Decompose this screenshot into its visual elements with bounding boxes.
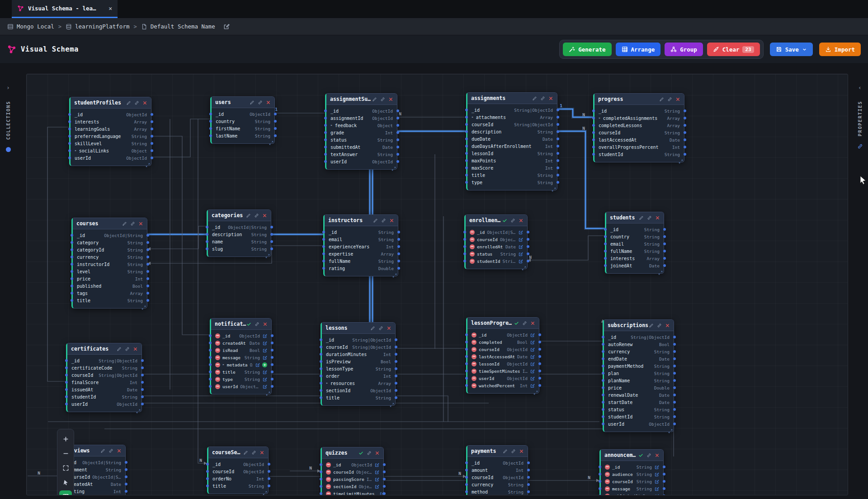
- expand-properties-icon[interactable]: ‹: [858, 84, 862, 91]
- remove-field-button[interactable]: –: [605, 486, 610, 491]
- field-row[interactable]: interestsArray: [71, 118, 151, 125]
- edit-field-icon[interactable]: [518, 259, 523, 264]
- connector-dot[interactable]: [395, 375, 397, 377]
- connector-dot[interactable]: [274, 127, 277, 130]
- field-row[interactable]: titleString: [467, 171, 557, 179]
- connector-dot[interactable]: [599, 487, 601, 490]
- field-row[interactable]: priceDouble: [604, 384, 674, 391]
- field-row[interactable]: fullNameString: [325, 257, 398, 265]
- connector-dot[interactable]: [465, 181, 468, 184]
- connector-dot[interactable]: [320, 367, 322, 370]
- pencil-icon[interactable]: [117, 347, 122, 352]
- remove-field-button[interactable]: –: [215, 341, 220, 346]
- edit-field-icon[interactable]: [518, 252, 523, 257]
- close-icon[interactable]: [117, 448, 122, 453]
- connector-dot[interactable]: [68, 149, 71, 152]
- collection-card-progress[interactable]: progress_idString▸completedAssignmentsAr…: [593, 93, 684, 162]
- connector-dot[interactable]: [395, 367, 397, 370]
- connector-dot[interactable]: [527, 483, 530, 486]
- connector-dot[interactable]: [71, 234, 73, 237]
- close-icon[interactable]: [655, 215, 660, 220]
- pencil-icon[interactable]: [250, 100, 255, 105]
- field-row[interactable]: renewalDateDate: [604, 391, 674, 399]
- connector-dot[interactable]: [465, 159, 468, 162]
- connector-dot[interactable]: [604, 264, 607, 267]
- connector-dot[interactable]: [151, 142, 153, 145]
- connector-dot[interactable]: [324, 124, 327, 127]
- remove-field-button[interactable]: –: [326, 470, 331, 475]
- connector-dot[interactable]: [65, 366, 68, 369]
- connector-dot[interactable]: [141, 359, 144, 362]
- connector-dot[interactable]: [663, 257, 666, 260]
- connector-dot[interactable]: [125, 483, 127, 485]
- connector-dot[interactable]: [463, 238, 466, 241]
- connector-dot[interactable]: [322, 267, 325, 270]
- remove-field-button[interactable]: –: [472, 340, 476, 345]
- close-icon[interactable]: [519, 449, 524, 454]
- connector-dot[interactable]: [557, 138, 559, 140]
- remove-field-button[interactable]: –: [215, 377, 220, 382]
- collection-card-studentProfiles[interactable]: studentProfiles_idObjectIdinterestsArray…: [69, 97, 151, 166]
- field-row[interactable]: textAnswerString: [326, 151, 397, 158]
- resize-handle[interactable]: [658, 268, 663, 273]
- edit-field-icon[interactable]: [530, 340, 535, 345]
- field-row[interactable]: –lessonIdObjectId: [467, 360, 539, 367]
- connector-dot[interactable]: [602, 394, 604, 396]
- edit-field-icon[interactable]: [374, 462, 379, 467]
- remove-field-button[interactable]: –: [605, 494, 610, 496]
- connector-dot[interactable]: [320, 478, 322, 480]
- connector-dot[interactable]: [151, 157, 153, 159]
- collection-card-quizzes[interactable]: quizzes–_idObjectId–courseIdObjectId–pas…: [321, 447, 384, 495]
- resize-handle[interactable]: [142, 303, 146, 308]
- connector-dot[interactable]: [206, 233, 208, 236]
- connector-dot[interactable]: [395, 360, 397, 363]
- remove-field-button[interactable]: –: [326, 462, 331, 467]
- connector-dot[interactable]: [68, 120, 71, 123]
- expand-caret-icon[interactable]: ▸: [599, 116, 601, 120]
- connector-dot[interactable]: [125, 475, 127, 478]
- add-subfield-button[interactable]: +: [262, 362, 267, 367]
- connector-dot[interactable]: [397, 238, 400, 241]
- field-row[interactable]: autoRenewBool: [604, 341, 674, 348]
- connector-dot[interactable]: [209, 363, 212, 366]
- check-icon[interactable]: [246, 322, 251, 327]
- resize-handle[interactable]: [533, 388, 538, 393]
- connector-dot[interactable]: [209, 385, 212, 388]
- connector-dot[interactable]: [538, 362, 541, 365]
- connector-dot[interactable]: [271, 378, 274, 380]
- connector-dot[interactable]: [395, 396, 397, 399]
- field-row[interactable]: sectionIdObjectId: [322, 387, 395, 394]
- edit-field-icon[interactable]: [530, 361, 535, 366]
- link-icon[interactable]: [657, 323, 662, 328]
- connector-dot[interactable]: [465, 476, 468, 479]
- field-row[interactable]: certificateCodeString: [67, 364, 142, 371]
- edit-field-icon[interactable]: [530, 333, 535, 337]
- connector-dot[interactable]: [684, 131, 686, 134]
- field-row[interactable]: publishedBool: [73, 282, 147, 290]
- connector-dot[interactable]: [602, 379, 604, 382]
- remove-field-button[interactable]: –: [472, 354, 476, 359]
- connector-dot[interactable]: [465, 130, 468, 133]
- link-icon[interactable]: [380, 97, 385, 102]
- connector-dot[interactable]: [684, 124, 686, 127]
- edit-field-icon[interactable]: [654, 465, 659, 470]
- edit-field-icon[interactable]: [530, 383, 535, 388]
- connector-dot[interactable]: [557, 123, 559, 126]
- connector-dot[interactable]: [465, 138, 468, 140]
- connector-dot[interactable]: [599, 494, 601, 495]
- remove-field-button[interactable]: –: [470, 259, 475, 264]
- connector-dot[interactable]: [557, 174, 559, 176]
- connector-dot[interactable]: [465, 384, 468, 387]
- field-row[interactable]: –courseIdString: [601, 478, 663, 485]
- field-row[interactable]: _idString: [594, 107, 684, 114]
- connector-dot[interactable]: [538, 333, 541, 336]
- field-row[interactable]: finalScoreInt: [67, 379, 142, 386]
- connector-dot[interactable]: [71, 277, 73, 280]
- connector-dot[interactable]: [270, 247, 273, 250]
- field-row[interactable]: –userIdObjectId: [467, 375, 539, 382]
- connector-dot[interactable]: [146, 292, 149, 295]
- field-row[interactable]: ▸attachmentsArray: [467, 114, 557, 121]
- connector-dot[interactable]: [527, 245, 529, 248]
- connector-dot[interactable]: [663, 228, 666, 231]
- field-row[interactable]: endDateDate: [604, 355, 674, 362]
